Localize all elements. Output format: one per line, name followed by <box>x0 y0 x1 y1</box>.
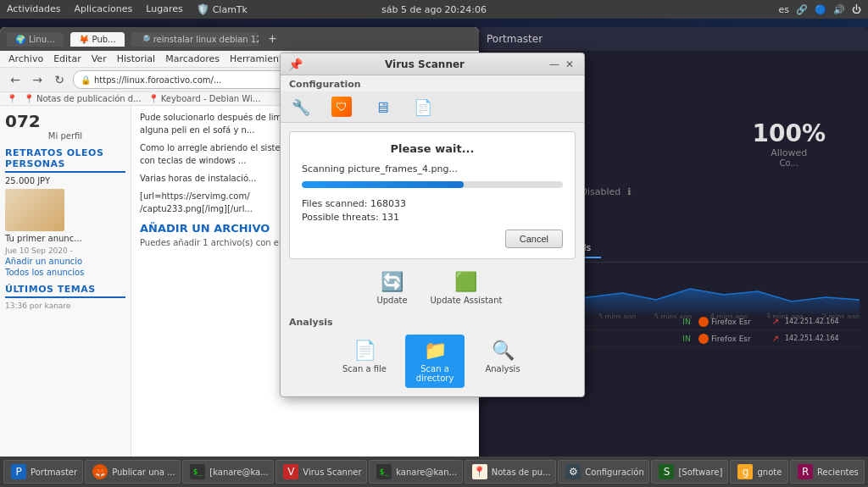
time-label-5: 3 mins ago <box>766 313 804 318</box>
menu-marcadores[interactable]: Marcadores <box>165 53 220 64</box>
sidebar-profile[interactable]: Mi perfil <box>5 131 125 141</box>
back-button[interactable]: ← <box>7 71 24 88</box>
reload-button[interactable]: ↻ <box>51 71 68 88</box>
taskbar-notas[interactable]: 📍 Notas de pu... <box>465 460 557 484</box>
bluetooth-icon[interactable]: 🔵 <box>815 4 826 15</box>
system-bar-left: Actividades Aplicaciones Lugares 🛡️ Clam… <box>7 3 248 15</box>
analysis-button[interactable]: 🔍 Analysis <box>473 335 532 388</box>
network-icon[interactable]: 🔗 <box>796 4 808 15</box>
firefox-titlebar: 🌍 Linu... 🦊 Pub... 🔎 reinstalar linux de… <box>0 27 479 51</box>
taskbar-gnote[interactable]: g gnote <box>730 460 788 484</box>
taskbar-virus-scanner[interactable]: V Virus Scanner <box>275 460 367 484</box>
update-assistant-icon: 🟩 <box>454 271 477 292</box>
sidebar-section2: ÚLTIMOS TEMAS 13:36 por kanare <box>5 284 125 310</box>
info-icon[interactable]: ℹ <box>627 186 631 197</box>
update-assistant-button[interactable]: 🟩 Update Assistant <box>431 271 503 305</box>
shield-tool[interactable]: 🛡 <box>330 95 353 119</box>
scan-file-button[interactable]: 📄 Scan a file <box>332 335 397 388</box>
taskbar-recientes[interactable]: R Recientes <box>790 460 865 484</box>
menu-editar[interactable]: Editar <box>53 53 81 64</box>
bookmark-keyboard[interactable]: 📍 Keyboard - Debian Wi... <box>148 94 261 103</box>
please-wait-section: Please wait... Scanning picture_frames_4… <box>289 131 576 259</box>
config-buttons: 🔄 Update 🟩 Update Assistant <box>281 268 584 312</box>
dialog-titlebar: 📌 Virus Scanner — ✕ <box>281 53 584 75</box>
bookmark-notas[interactable]: 📍 Notas de publicación d... <box>24 94 142 103</box>
files-scanned-row: Files scanned: 168033 <box>302 198 563 209</box>
menu-historial[interactable]: Historial <box>117 53 155 64</box>
add-ad-link[interactable]: Añadir un anuncio <box>5 257 125 266</box>
analysis-title: Analysis <box>289 317 576 328</box>
monitor-tool[interactable]: 🖥 <box>370 95 394 119</box>
power-icon[interactable]: ⏻ <box>852 4 861 15</box>
progress-fill <box>302 181 464 188</box>
product-date: Jue 10 Sep 2020 - <box>5 246 125 255</box>
url-text: https://linux.foroactivo.com/... <box>94 75 221 85</box>
tab-pub[interactable]: 🦊 Pub... <box>70 32 125 47</box>
tab-reinstalar[interactable]: 🔎 reinstalar linux debian 12 acent... <box>131 32 259 47</box>
forward-button[interactable]: → <box>29 71 46 88</box>
forum-sidebar: 072 Mi perfil RETRATOS OLEOS PERSONAS 25… <box>0 106 131 457</box>
menu-ver[interactable]: Ver <box>92 53 107 64</box>
pin-button[interactable]: 📌 <box>287 57 303 72</box>
taskbar-kanare1[interactable]: $_ [kanare@ka... <box>182 460 274 484</box>
update-label: Update <box>376 296 407 305</box>
taskbar-portmaster[interactable]: P Portmaster <box>3 460 83 484</box>
taskbar-config[interactable]: ⚙ Configuración <box>558 460 649 484</box>
portmaster-taskbar-icon: P <box>11 464 26 479</box>
threats-row: Possible threats: 131 <box>302 212 563 223</box>
analysis-section: Analysis 📄 Scan a file 📁 Scan a director… <box>281 312 584 396</box>
progress-bar <box>302 181 563 188</box>
activities-menu[interactable]: Actividades <box>7 3 61 15</box>
new-tab-button[interactable]: + <box>265 31 280 47</box>
firefox-icon-1 <box>698 334 709 344</box>
minimize-button[interactable]: — <box>547 57 562 72</box>
document-tool[interactable]: 📄 <box>411 95 435 119</box>
update-button[interactable]: 🔄 Update <box>363 271 422 305</box>
wrench-tool[interactable]: 🔧 <box>289 95 313 119</box>
sidebar-section1-title: RETRATOS OLEOS PERSONAS <box>5 147 125 173</box>
analysis-buttons: 📄 Scan a file 📁 Scan a directory 🔍 Analy… <box>289 335 576 388</box>
lock-icon: 🔒 <box>81 75 91 85</box>
files-scanned-value: 168033 <box>370 198 406 209</box>
files-scanned-label: Files scanned: <box>302 198 368 209</box>
terminal-taskbar-icon-2: $_ <box>376 464 392 479</box>
system-bar-right: es 🔗 🔵 🔊 ⏻ <box>779 4 862 15</box>
taskbar-software[interactable]: S [Software] <box>651 460 728 484</box>
config-taskbar-icon: ⚙ <box>565 464 581 479</box>
portmaster-stats: 100% Allowed Co... <box>752 119 826 168</box>
volume-icon[interactable]: 🔊 <box>833 4 845 15</box>
all-ads-link[interactable]: Todos los anuncios <box>5 268 125 277</box>
tab-linu[interactable]: 🌍 Linu... <box>7 32 64 47</box>
cancel-button[interactable]: Cancel <box>505 230 563 248</box>
scan-directory-button[interactable]: 📁 Scan a directory <box>405 335 465 388</box>
datetime-display: sáb 5 de ago 20:24:06 <box>381 4 487 15</box>
places-menu[interactable]: Lugares <box>146 3 182 15</box>
system-bar: Actividades Aplicaciones Lugares 🛡️ Clam… <box>0 0 868 19</box>
clamtk-menu[interactable]: 🛡️ ClamTk <box>197 3 248 15</box>
scan-file-icon: 📄 <box>353 340 376 361</box>
document-icon: 📄 <box>414 98 432 116</box>
close-button[interactable]: ✕ <box>562 57 577 72</box>
analysis-label: Analysis <box>485 364 520 374</box>
taskbar-publicar[interactable]: 🦊 Publicar una ... <box>85 460 181 484</box>
update-icon: 🔄 <box>381 271 403 292</box>
wrench-icon: 🔧 <box>292 98 310 116</box>
scan-file-label: Scan a file <box>342 364 387 374</box>
sidebar-counter: 072 <box>5 111 125 131</box>
menu-archivo[interactable]: Archivo <box>8 53 43 64</box>
notas-taskbar-icon: 📍 <box>472 464 487 479</box>
time-label-4: 4 mins ago <box>710 313 748 318</box>
product-price: 25.000 JPY <box>5 176 125 185</box>
bookmark-location-icon: 📍 <box>7 94 17 103</box>
spn-status: Disabled <box>580 186 620 197</box>
product-name[interactable]: Tu primer anunc... <box>5 234 125 243</box>
gnote-taskbar-icon: g <box>737 464 753 479</box>
portmaster-percent: 100% <box>752 119 826 147</box>
applications-menu[interactable]: Aplicaciones <box>75 3 133 15</box>
scanning-file-label: Scanning picture_frames_4.png... <box>302 163 563 174</box>
please-wait-title: Please wait... <box>302 142 563 155</box>
taskbar-kanare2[interactable]: $_ kanare@kan... <box>369 460 463 484</box>
scanner-toolbar: 🔧 🛡 🖥 📄 <box>281 91 584 123</box>
language-indicator[interactable]: es <box>779 4 790 15</box>
monitor-icon: 🖥 <box>375 98 390 116</box>
